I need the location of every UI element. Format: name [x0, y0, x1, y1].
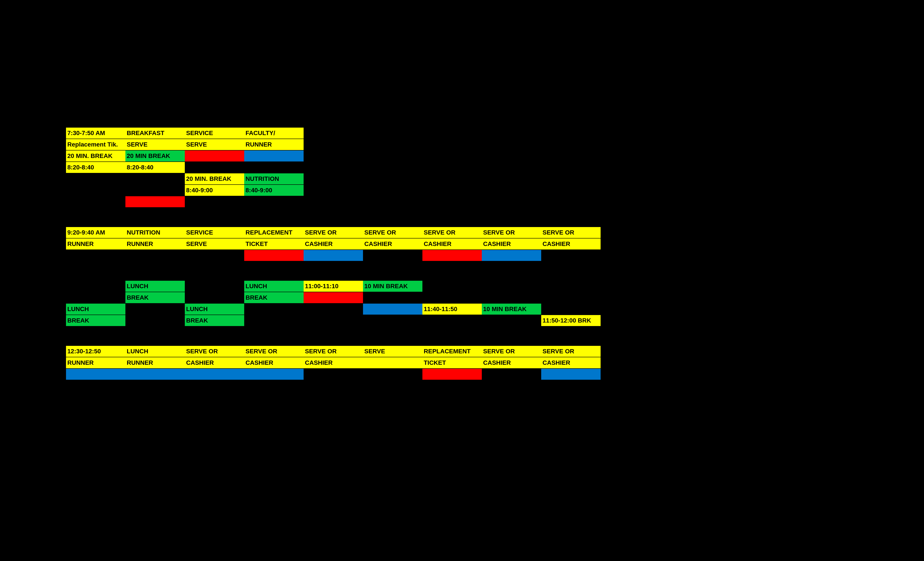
- cell-empty-26: [125, 304, 185, 315]
- nutrition-row-2: RUNNER RUNNER SERVE TICKET CASHIER CASHI…: [66, 238, 858, 249]
- cell-empty-1: [185, 162, 244, 173]
- cell-runner-2: RUNNER: [66, 238, 125, 249]
- cell-empty-37: [363, 369, 422, 380]
- cell-runner-5: RUNNER: [125, 357, 185, 368]
- cell-runner-3: RUNNER: [125, 238, 185, 249]
- cell-serve-empty: [363, 357, 422, 368]
- cell-nutrition-label: NUTRITION: [125, 227, 185, 238]
- cell-20min-break-2: 20 MIN BREAK: [125, 150, 185, 162]
- cell-blue-8: [244, 369, 304, 380]
- cell-ticket-1: TICKET: [244, 238, 304, 249]
- cell-empty-29: [541, 304, 601, 315]
- cell-empty-5: [66, 185, 125, 196]
- breakfast-section: 7:30-7:50 AM BREAKFAST SERVICE FACULTY/ …: [66, 128, 858, 207]
- cell-service-2: SERVICE: [185, 227, 244, 238]
- cell-1140-1150: 11:40-11:50: [422, 304, 482, 315]
- cell-empty-23: [422, 292, 482, 303]
- cell-empty-33: [363, 315, 422, 326]
- cell-empty-12: [185, 250, 244, 261]
- cell-empty-25: [541, 292, 601, 303]
- cell-empty-34: [422, 315, 482, 326]
- cell-runner: RUNNER: [244, 139, 304, 150]
- cell-empty-19: [541, 281, 601, 292]
- gap-1: [66, 214, 858, 227]
- nutrition-row-3: [66, 250, 858, 261]
- cell-empty-7: [66, 196, 125, 207]
- lunch-breaks-section: LUNCH LUNCH 11:00-11:10 10 MIN BREAK BRE…: [66, 281, 858, 326]
- cell-blue-2: [304, 250, 363, 261]
- cell-serve-or-cashier-3: SERVE OR: [422, 227, 482, 238]
- cell-lunch-2: LUNCH: [185, 304, 244, 315]
- cell-820-840-1: 8:20-8:40: [66, 162, 125, 173]
- cell-time-breakfast: 7:30-7:50 AM: [66, 128, 125, 139]
- lunch-break-row-2: BREAK BREAK: [66, 292, 858, 303]
- cell-empty-6: [125, 185, 185, 196]
- gap-2: [66, 267, 858, 281]
- cell-10min-break-1: 10 MIN BREAK: [363, 281, 422, 292]
- cell-red-1: [185, 150, 244, 162]
- cell-cashier-10: CASHIER: [541, 357, 601, 368]
- cell-cashier-4: CASHIER: [482, 238, 541, 249]
- cell-replacement-ticket-1: REPLACEMENT: [244, 227, 304, 238]
- schedule-container: 7:30-7:50 AM BREAKFAST SERVICE FACULTY/ …: [66, 128, 858, 386]
- cell-serve-or-9: SERVE OR: [482, 346, 541, 357]
- cell-nutrition-1: NUTRITION: [244, 173, 304, 184]
- cell-blue-3: [482, 250, 541, 261]
- cell-red-2: [125, 196, 185, 207]
- lunch-break-row-4: BREAK BREAK 11:50-12:00 BRK: [66, 315, 858, 326]
- cell-serve-or-cashier-5: SERVE OR: [541, 227, 601, 238]
- cell-red-6: [422, 369, 482, 380]
- cell-empty-3: [66, 173, 125, 184]
- cell-empty-4: [125, 173, 185, 184]
- cell-lunch-break-1: LUNCH: [125, 281, 185, 292]
- cell-20min-break-1: 20 MIN. BREAK: [66, 150, 125, 162]
- cell-cashier-2: CASHIER: [363, 238, 422, 249]
- cell-empty-18: [482, 281, 541, 292]
- cell-red-3: [244, 250, 304, 261]
- cell-empty-22: [363, 292, 422, 303]
- cell-lunch-runner: LUNCH: [125, 346, 185, 357]
- cell-empty-16: [185, 281, 244, 292]
- cell-serve-or-6: SERVE OR: [185, 346, 244, 357]
- cell-serve-or-7: SERVE OR: [244, 346, 304, 357]
- cell-red-5: [304, 292, 363, 303]
- cell-lunch-1: LUNCH: [66, 304, 125, 315]
- cell-serve-1: SERVE: [125, 139, 185, 150]
- cell-1100-1110: 11:00-11:10: [304, 281, 363, 292]
- cell-blue-5: [66, 369, 125, 380]
- cell-serve-or-cashier-1: SERVE OR: [304, 227, 363, 238]
- cell-840-900-1: 8:40-9:00: [185, 185, 244, 196]
- cell-empty-8: [185, 196, 244, 207]
- cell-empty-9: [244, 196, 304, 207]
- breakfast-row-6: 8:40-9:00 8:40-9:00: [66, 185, 858, 196]
- breakfast-row-3: 20 MIN. BREAK 20 MIN BREAK: [66, 150, 858, 162]
- cell-break-4: BREAK: [185, 315, 244, 326]
- cell-empty-32: [304, 315, 363, 326]
- cell-break-3: BREAK: [66, 315, 125, 326]
- cell-cashier-1: CASHIER: [304, 238, 363, 249]
- breakfast-row-5: 20 MIN. BREAK NUTRITION: [66, 173, 858, 184]
- cell-serve-or-cashier-2: SERVE OR: [363, 227, 422, 238]
- cell-blue-6: [125, 369, 185, 380]
- cell-replacement-2: REPLACEMENT: [422, 346, 482, 357]
- breakfast-row-2: Replacement Tik. SERVE SERVE RUNNER: [66, 139, 858, 150]
- cell-empty-2: [244, 162, 304, 173]
- cell-replacement: Replacement Tik.: [66, 139, 125, 150]
- cell-empty-38: [482, 369, 541, 380]
- cell-break-1: BREAK: [125, 292, 185, 303]
- cell-20min-break-3: 20 MIN. BREAK: [185, 173, 244, 184]
- cell-920-940: 9:20-9:40 AM: [66, 227, 125, 238]
- cell-serve-4: SERVE: [363, 346, 422, 357]
- lunch-service-row-1: 12:30-12:50 LUNCH SERVE OR SERVE OR SERV…: [66, 346, 858, 357]
- breakfast-row-4: 8:20-8:40 8:20-8:40: [66, 162, 858, 173]
- cell-empty-14: [541, 250, 601, 261]
- cell-red-4: [422, 250, 482, 261]
- cell-10min-break-2: 10 MIN BREAK: [482, 304, 541, 315]
- cell-cashier-3: CASHIER: [422, 238, 482, 249]
- lunch-break-row-3: LUNCH LUNCH 11:40-11:50 10 MIN BREAK: [66, 304, 858, 315]
- lunch-break-row-1: LUNCH LUNCH 11:00-11:10 10 MIN BREAK: [66, 281, 858, 292]
- cell-empty-10: [66, 250, 125, 261]
- cell-cashier-9: CASHIER: [482, 357, 541, 368]
- cell-blue-7: [185, 369, 244, 380]
- lunch-service-row-3: [66, 369, 858, 380]
